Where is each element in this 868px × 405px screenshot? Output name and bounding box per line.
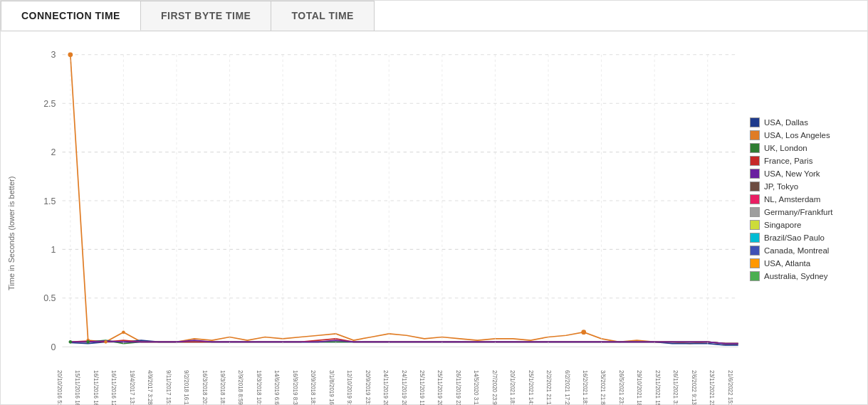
legend-item: JP, Tokyo (750, 182, 867, 191)
x-axis-tick-label: 19/4/2017 13:36 (129, 370, 137, 405)
x-axis-tick-label: 12/10/2019 9:53 (346, 370, 354, 405)
x-axis-tick-label: 3/1/8/2019 16:47 (328, 370, 336, 405)
legend-color-box (750, 156, 760, 166)
x-axis-tick-label: 14/5/2020 3:16 (473, 370, 481, 405)
x-axis-tick-label: 14/6/2019 6:6 (273, 370, 281, 405)
y-axis-label: Time in Seconds (lower is better) (1, 38, 22, 405)
svg-text:1: 1 (51, 245, 56, 255)
legend-label: Australia, Sydney (764, 272, 828, 280)
svg-text:2.5: 2.5 (43, 99, 56, 109)
svg-text:0.5: 0.5 (43, 293, 56, 303)
legend-label: USA, New York (764, 169, 820, 178)
svg-point-27 (68, 52, 73, 57)
svg-point-33 (581, 330, 586, 335)
svg-text:0: 0 (51, 342, 56, 352)
x-axis-tick-label: 29/10/2021 18:13 (636, 370, 644, 405)
x-axis-tick-label: 16/2/2021 18:3 (582, 370, 590, 405)
x-axis-tick-label: 16/11/2016 16:8 (93, 370, 100, 405)
x-axis-tick-label: 16/3/2018 20:36 (201, 370, 209, 405)
tab-total-time[interactable]: TOTAL TIME (271, 1, 374, 31)
x-axis-tick-label: 3/5/2021 21:8:43 (600, 370, 607, 405)
legend-item: Canada, Montreal (750, 246, 867, 256)
legend-label: USA, Atlanta (764, 259, 810, 268)
x-axis-tick-label: 25/11/2019 20:38 (436, 370, 444, 405)
legend-color-box (750, 182, 760, 191)
chart-inner: 3 2.5 2 1.5 1 0.5 0 (22, 38, 867, 405)
legend-color-box (750, 220, 760, 230)
legend-color-box (750, 271, 760, 281)
legend-label: JP, Tokyo (764, 182, 798, 191)
legend-color-box (750, 143, 760, 153)
chart-plot: 3 2.5 2 1.5 1 0.5 0 (22, 38, 746, 363)
legend-item: Australia, Sydney (750, 271, 867, 281)
x-axis-tick-label: 26/11/2021 3:46 (672, 370, 680, 405)
legend-color-box (750, 207, 760, 217)
legend-color-box (750, 246, 760, 256)
legend-color-box (750, 258, 760, 268)
x-axis-tick-label: 21/6/2022 15:20 (726, 370, 734, 405)
legend-item: USA, New York (750, 169, 867, 179)
x-axis-tick-label: 26/11/2019 23:15 (455, 370, 463, 405)
x-axis-tick-label: 24/11/2019 20:22 (382, 370, 390, 405)
legend-item: USA, Dallas (750, 117, 867, 127)
legend-label: France, Paris (764, 157, 812, 165)
legend-label: Singapore (764, 221, 801, 229)
legend-color-box (750, 130, 760, 140)
svg-text:3: 3 (51, 50, 56, 60)
x-axis-tick-label: 19/3/2018 10:38 (256, 370, 263, 405)
chart-area: Time in Seconds (lower is better) (1, 31, 867, 405)
x-axis-tick-label: 2/7/2020 23:9 (491, 370, 499, 405)
legend-item: USA, Los Angeles (750, 130, 867, 140)
tab-connection-time[interactable]: CONNECTION TIME (1, 1, 141, 31)
legend: USA, DallasUSA, Los AngelesUK, LondonFra… (750, 38, 867, 363)
legend-color-box (750, 169, 760, 179)
legend-item: UK, London (750, 143, 867, 153)
x-axis-tick-label: 23/11/2021 15:47 (654, 370, 662, 405)
legend-color-box (750, 117, 760, 127)
tab-first-byte-time[interactable]: FIRST BYTE TIME (140, 1, 272, 31)
x-axis-tick-label: 20/9/2018 18:47 (310, 370, 318, 405)
legend-label: USA, Dallas (764, 118, 808, 127)
svg-text:2: 2 (51, 147, 56, 157)
x-axis-tick-label: 16/9/2019 8:3 (292, 370, 300, 405)
x-axis-tick-label: 9/11/2017 15:16 (165, 370, 173, 405)
x-axis-tick-label: 19/3/2018 18:34 (219, 370, 227, 405)
x-axis-tick-label: 23/11/2021 23:3 (708, 370, 716, 405)
svg-point-30 (122, 330, 125, 334)
svg-point-29 (104, 340, 108, 344)
x-axis-tick-label: 20/9/2019 23:50 (364, 370, 372, 405)
x-axis-labels: 20/10/2016 5:5915/11/2016 16:816/11/2016… (58, 363, 746, 405)
main-container: CONNECTION TIME FIRST BYTE TIME TOTAL TI… (0, 0, 868, 405)
legend-item: Singapore (750, 220, 867, 230)
tab-bar: CONNECTION TIME FIRST BYTE TIME TOTAL TI… (1, 1, 867, 31)
x-axis-tick-label: 9/2/2018 16:12 (183, 370, 191, 405)
x-axis-tick-label: 2/6/2022 9:13 (691, 370, 699, 405)
legend-label: USA, Los Angeles (764, 131, 830, 140)
x-axis-tick-label: 24/11/2019 20:41 (400, 370, 408, 405)
legend-item: Germany/Frankfurt (750, 207, 867, 217)
chart-with-legend: 3 2.5 2 1.5 1 0.5 0 (22, 38, 867, 363)
x-axis-tick-label: 2/9/2018 8:59 (237, 370, 245, 405)
legend-color-box (750, 194, 760, 204)
legend-label: Canada, Montreal (764, 246, 829, 255)
x-axis-tick-label: 2/2/2021 21:17:48 (545, 370, 553, 405)
svg-point-32 (86, 340, 90, 344)
x-axis-tick-label: 20/1/2021 18:44 (509, 370, 517, 405)
legend-label: NL, Amsterdam (764, 195, 820, 204)
x-axis-tick-label: 25/11/2019 11:2 (419, 370, 427, 405)
x-axis-tick-label: 16/11/2016 12:16 (110, 370, 118, 405)
svg-text:1.5: 1.5 (43, 196, 56, 206)
legend-item: France, Paris (750, 156, 867, 166)
legend-label: UK, London (764, 144, 807, 152)
main-chart-svg: 3 2.5 2 1.5 1 0.5 0 (22, 38, 746, 363)
x-axis-tick-label: 26/5/2021 23:10 (618, 370, 626, 405)
x-axis-tick-label: 20/10/2016 5:59 (58, 370, 63, 405)
x-axis-tick-label: 15/11/2016 16:8 (74, 370, 82, 405)
svg-point-31 (69, 340, 73, 344)
legend-color-box (750, 233, 760, 243)
x-axis-tick-label: 25/1/2021 14:28 (528, 370, 535, 405)
legend-item: Brazil/Sao Paulo (750, 233, 867, 243)
x-axis-tick-label: 6/2/2021 17:25 (563, 370, 571, 405)
legend-item: USA, Atlanta (750, 258, 867, 268)
legend-item: NL, Amsterdam (750, 194, 867, 204)
